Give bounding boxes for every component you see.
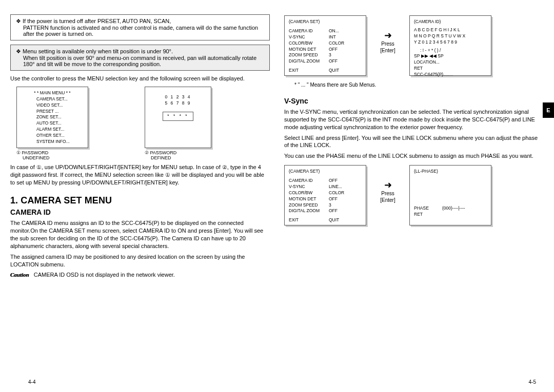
mainmenu-item: AUTO SET... <box>36 120 84 127</box>
camid-l2: M N O P Q R S T U V W X <box>414 33 487 39</box>
camera-id-subheading: CAMERA ID <box>10 208 270 216</box>
enter-label: [Enter] <box>380 197 395 203</box>
tip2-line2: When tilt position is over 90° and menu-… <box>16 55 264 67</box>
tip1-line2: PATTERN function is activated and no oth… <box>16 25 264 37</box>
v: LINE... <box>329 184 342 190</box>
mainmenu-wrap: * * MAIN MENU * * CAMERA SET... VIDEO SE… <box>16 87 88 160</box>
cap-password-undef-1: ① PASSWORD <box>16 150 88 155</box>
menu-nav-para: In case of ①, use UP/DOWN/LEFT/RIGHT/[EN… <box>10 163 270 187</box>
menu-boxes-pair: * * MAIN MENU * * CAMERA SET... VIDEO SE… <box>16 87 270 160</box>
v: COLOR <box>329 40 344 47</box>
right-page: (CAMERA SET) CAMERA IDON... V-SYNCINT CO… <box>284 10 544 382</box>
arrow-right-icon: ➜ <box>384 31 392 40</box>
camid-l5: SP ▶▶ ◀◀ SP <box>414 53 487 59</box>
camid-l1: A B C D E F G H I J K L <box>414 27 487 33</box>
tip1-line1: ❖ If the power is turned off after PRESE… <box>16 18 264 25</box>
camera-id-para: The CAMERA ID menu assigns an ID to the … <box>10 219 270 250</box>
v: OFF <box>329 196 338 202</box>
left-page: ❖ If the power is turned off after PRESE… <box>10 10 270 382</box>
camera-id-para-b: The assigned camera ID may be positioned… <box>10 253 270 269</box>
k: V-SYNC <box>289 184 329 190</box>
v: (000)----|---- <box>442 205 465 212</box>
cap-password-undef-2: UNDEFINED <box>16 155 88 160</box>
camid-l4: : ! - + * ( ) / <box>414 48 487 54</box>
llphase-ret: RET <box>414 212 487 218</box>
camera-set-menu-heading: 1. CAMERA SET MENU <box>10 195 270 206</box>
tip-box-1: ❖ If the power is turned off after PRESE… <box>10 14 270 40</box>
llphase-title: (LL-PHASE) <box>414 169 487 175</box>
side-tab-label: E <box>546 107 550 113</box>
tip-box-2: ❖ Menu setting is available only when ti… <box>10 45 270 71</box>
use-controller-para: Use the controller to press the MENU sel… <box>10 75 270 82</box>
camid-l8: SCC-C6475(P)........ <box>414 72 487 78</box>
v: QUIT <box>329 68 339 74</box>
caution-text: CAMERA ID OSD is not displayed in the ne… <box>34 272 175 278</box>
page-number-left: 4-4 <box>28 379 35 385</box>
mainmenu-item: PRESET ... <box>36 109 84 115</box>
v: ON... <box>329 28 339 34</box>
arrow-press-enter-2: ➜ Press [Enter] <box>372 165 403 203</box>
press-label: Press <box>381 41 394 47</box>
v: OFF <box>329 47 338 53</box>
mainmenu-item: ZONE SET... <box>36 114 84 120</box>
k: EXIT <box>289 217 329 223</box>
v: 3 <box>329 52 331 58</box>
mainmenu-item: VIDEO SET... <box>36 102 84 109</box>
camset2-title: (CAMERA SET) <box>289 169 362 175</box>
camera-set-box-1: (CAMERA SET) CAMERA IDON... V-SYNCINT CO… <box>284 15 366 76</box>
v: COLOR <box>329 190 344 196</box>
k: ZOOM SPEED <box>289 52 329 58</box>
mainmenu-item: SYSTEM INFO... <box>36 139 84 145</box>
pw-stars-box: * * * * <box>163 112 193 121</box>
cap-password-def-1: ② PASSWORD <box>145 150 211 155</box>
cap-password-def-2: DEFINED <box>145 155 211 160</box>
password-box: 0 1 2 3 4 5 6 7 8 9 * * * * <box>145 87 211 148</box>
v: OFF <box>329 208 338 214</box>
v: 3 <box>329 202 331 209</box>
k: CAMERA ID <box>289 178 329 184</box>
tip-1: ❖ If the power is turned off after PRESE… <box>16 18 264 37</box>
mainmenu-title: * * MAIN MENU * * <box>21 90 84 96</box>
vsync-p2: Select LINE and press [Enter]. You will … <box>284 134 544 150</box>
camset1-title: (CAMERA SET) <box>289 19 362 25</box>
vsync-p1: In the V-SYNC menu, vertical synchroniza… <box>284 108 544 131</box>
camid-l7: RET <box>414 66 487 72</box>
camid-l6: LOCATION... <box>414 59 487 66</box>
k: COLOR/BW <box>289 190 329 196</box>
caution-block: Caution CAMERA ID OSD is not displayed i… <box>10 271 270 279</box>
camid-l3: Y Z 0 1 2 3 4 5 6 7 8 9 <box>414 39 487 46</box>
camera-id-edit-box: (CAMERA ID) A B C D E F G H I J K L M N … <box>409 15 491 76</box>
k: DIGITAL ZOOM <box>289 58 329 65</box>
k: MOTION DET <box>289 196 329 202</box>
camera-set-box-2: (CAMERA SET) CAMERA IDOFF V-SYNCLINE... … <box>284 165 366 225</box>
v: OFF <box>329 58 338 65</box>
mainmenu-item: OTHER SET... <box>36 133 84 139</box>
vsync-p3: You can use the PHASE menu of the LINE L… <box>284 152 544 160</box>
page-number-right: 4-5 <box>529 379 536 385</box>
pw-row2: 5 6 7 8 9 <box>149 100 207 107</box>
tip2-line1: ❖ Menu setting is available only when ti… <box>16 48 264 55</box>
arrow-right-icon: ➜ <box>384 180 392 190</box>
k: CAMERA ID <box>289 28 329 34</box>
k: PHASE <box>414 205 442 212</box>
mainmenu-item: ALARM SET... <box>36 127 84 133</box>
enter-label: [Enter] <box>380 48 395 53</box>
k: EXIT <box>289 68 329 74</box>
side-tab: E <box>543 102 554 118</box>
password-box-wrap: 0 1 2 3 4 5 6 7 8 9 * * * * ② PASSWORD D… <box>145 87 211 160</box>
tip-2: ❖ Menu setting is available only when ti… <box>16 48 264 67</box>
submenu-note: * " ... " Means there are Sub Menus. <box>294 82 544 88</box>
arrow-press-enter-1: ➜ Press [Enter] <box>372 15 403 53</box>
v: OFF <box>329 178 338 184</box>
k: COLOR/BW <box>289 40 329 47</box>
k: MOTION DET <box>289 47 329 53</box>
v: INT <box>329 34 336 40</box>
camset-to-llphase-pair: (CAMERA SET) CAMERA IDOFF V-SYNCLINE... … <box>284 165 544 225</box>
main-menu-box: * * MAIN MENU * * CAMERA SET... VIDEO SE… <box>16 87 88 148</box>
pw-row1: 0 1 2 3 4 <box>149 94 207 100</box>
caution-label: Caution <box>10 272 29 278</box>
v: QUIT <box>329 217 339 223</box>
camid-title: (CAMERA ID) <box>414 19 487 25</box>
ll-phase-box: (LL-PHASE) PHASE(000)----|---- RET <box>409 165 491 225</box>
press-label: Press <box>381 191 394 196</box>
